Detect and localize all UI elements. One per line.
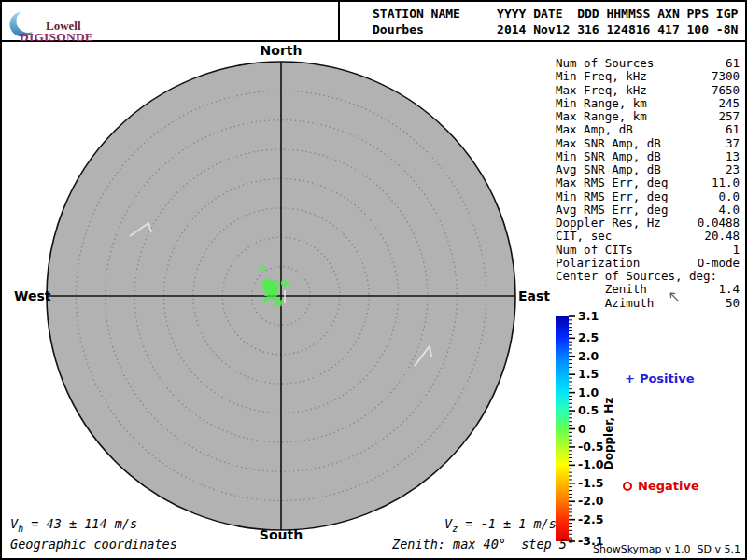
colorbar-title: Doppler, Hz: [602, 391, 616, 477]
coordinates-note: Geographic coordinates: [10, 537, 177, 552]
showskymap-window: North South West East Lowell DIGISONDE S…: [0, 0, 747, 560]
stat-value: 23: [726, 163, 740, 176]
compass-label-south: South: [260, 527, 303, 542]
stat-value: 37: [726, 137, 740, 150]
station-header-line1: STATION NAME YYYY DATE DDD HHMMSS AXN PP…: [373, 7, 738, 21]
stat-value: 0.0: [718, 190, 740, 203]
colorbar-tick-label: 2.5: [578, 330, 619, 345]
stat-value: 61: [726, 123, 740, 136]
stat-value: 11.0: [712, 176, 740, 189]
positive-marker-icon: +: [625, 371, 635, 385]
stat-value: 7650: [712, 84, 740, 97]
colorbar-tick-label: -1.5: [578, 476, 619, 491]
stat-value: 7300: [712, 70, 740, 83]
mouse-cursor-icon: [669, 291, 680, 302]
stat-value: 20.48: [704, 230, 740, 243]
compass-label-west: West: [14, 288, 50, 303]
legend-positive: +Positive: [625, 371, 695, 385]
legend-negative-label: Negative: [638, 479, 699, 493]
colorbar-tick-label: -2.0: [578, 494, 619, 509]
station-header: STATION NAME YYYY DATE DDD HHMMSS AXN PP…: [373, 6, 738, 37]
stat-value: 245: [718, 97, 740, 110]
legend-positive-label: Positive: [640, 371, 695, 385]
colorbar-tick-label: 2.0: [578, 349, 619, 364]
colorbar-ticks: [569, 315, 577, 542]
stat-value: 50: [726, 297, 740, 310]
stat-value: 1.4: [718, 283, 740, 296]
colorbar-tick-label: 3.1: [578, 309, 619, 324]
zenith-settings-note: Zenith: max 40° step 5°: [392, 537, 574, 552]
stat-value: 257: [718, 110, 740, 123]
top-bar: Lowell DIGISONDE STATION NAME YYYY DATE …: [2, 2, 745, 42]
horizontal-velocity-readout: Vh = 43 ± 114 m/s: [10, 516, 137, 534]
stat-value: 0.0488: [698, 217, 740, 230]
colorbar-tick-label: -2.5: [578, 512, 619, 527]
legend-negative: Negative: [623, 479, 699, 493]
station-header-line2: Dourbes 2014 Nov12 316 124816 417 100 -8…: [373, 22, 738, 36]
negative-marker-icon: [623, 482, 632, 491]
top-bar-divider: [338, 2, 340, 40]
vertical-velocity-readout: Vz = -1 ± 1 m/s: [444, 516, 557, 534]
compass-label-north: North: [261, 43, 303, 58]
compass-label-east: East: [518, 288, 550, 303]
stat-value: 1: [732, 244, 740, 257]
digisonde-logo: Lowell DIGISONDE: [9, 7, 121, 40]
colorbar: [556, 316, 569, 541]
colorbar-tick-label: 1.5: [578, 367, 619, 382]
stat-value: 13: [726, 150, 740, 163]
stat-value: O-mode: [698, 257, 740, 270]
version-label: ShowSkymap v 1.0 SD v 5.1: [593, 543, 740, 555]
stat-value: 61: [726, 57, 740, 70]
stat-value: 4.0: [718, 203, 740, 217]
logo-text-digisonde: DIGISONDE: [20, 30, 93, 45]
